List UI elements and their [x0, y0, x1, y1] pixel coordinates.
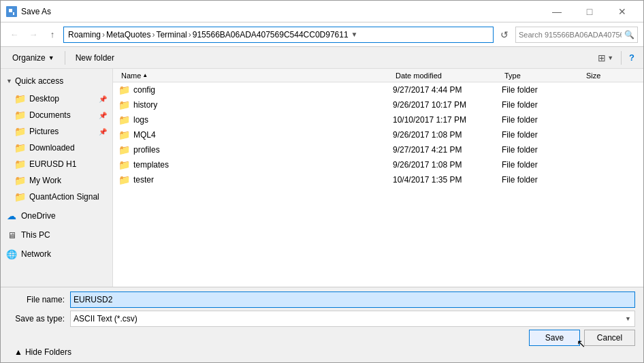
address-path[interactable]: Roaming › MetaQuotes › Terminal › 915566…	[63, 27, 494, 43]
documents-folder-icon: 📁	[14, 110, 25, 121]
file-pane: Name ▲ Date modified Type Size 📁 config …	[113, 69, 643, 287]
sidebar-item-downloaded[interactable]: 📁 Downloaded	[1, 140, 112, 156]
file-date: 9/26/2017 1:08 PM	[393, 160, 502, 170]
savetype-row: Save as type: ASCII Text (*.csv)CSV (*.c…	[9, 311, 635, 327]
hide-folders-chevron: ▲	[14, 347, 22, 357]
file-list-header: Name ▲ Date modified Type Size	[113, 69, 643, 82]
col-header-type[interactable]: Type	[502, 72, 583, 80]
col-type-label: Type	[504, 72, 521, 80]
new-folder-label: New folder	[76, 53, 114, 63]
hide-folders-row: ▲ Hide Folders	[9, 346, 635, 358]
search-input[interactable]	[519, 31, 622, 39]
save-label: Save	[545, 333, 564, 343]
title-bar-buttons: — □ ✕	[541, 1, 638, 22]
sidebar-item-network[interactable]: 🌐 Network	[1, 246, 112, 262]
folder-icon: 📁	[118, 114, 129, 125]
up-button[interactable]: ↑	[44, 27, 61, 43]
help-button[interactable]: ?	[626, 50, 638, 66]
sidebar-item-desktop[interactable]: 📁 Desktop 📌	[1, 91, 112, 107]
onedrive-section: ☁ OneDrive	[1, 208, 112, 224]
file-type: File folder	[502, 130, 583, 140]
organize-chevron: ▼	[48, 54, 54, 61]
folder-icon: 📁	[118, 84, 129, 95]
col-header-name[interactable]: Name ▲	[118, 72, 393, 80]
sidebar-item-quantaction[interactable]: 📁 QuantAction Signal	[1, 189, 112, 205]
sidebar-item-pictures[interactable]: 📁 Pictures 📌	[1, 123, 112, 140]
cancel-label: Cancel	[597, 333, 622, 343]
sort-arrow: ▲	[142, 72, 148, 78]
file-name: config	[133, 85, 393, 95]
table-row[interactable]: 📁 history 9/26/2017 10:17 PM File folder	[113, 97, 643, 112]
table-row[interactable]: 📁 config 9/27/2017 4:44 PM File folder	[113, 82, 643, 97]
view-button[interactable]: ⊞ ▼	[594, 50, 617, 66]
file-type: File folder	[502, 85, 583, 95]
sidebar-item-onedrive[interactable]: ☁ OneDrive	[1, 208, 112, 224]
network-icon: 🌐	[6, 249, 17, 259]
file-type: File folder	[502, 160, 583, 170]
savetype-select[interactable]: ASCII Text (*.csv)CSV (*.csv)Text (*.txt…	[70, 311, 635, 327]
refresh-button[interactable]: ↺	[496, 27, 513, 43]
minimize-button[interactable]: —	[541, 1, 573, 22]
file-date: 9/27/2017 4:21 PM	[393, 145, 502, 155]
path-item-terminal: Terminal	[156, 30, 187, 40]
folder-icon: 📁	[118, 129, 129, 140]
file-name: logs	[133, 115, 393, 125]
forward-button[interactable]: →	[25, 27, 42, 43]
folder-icon: 📁	[118, 159, 129, 170]
pictures-folder-icon: 📁	[14, 126, 25, 137]
close-button[interactable]: ✕	[607, 1, 638, 22]
table-row[interactable]: 📁 templates 9/26/2017 1:08 PM File folde…	[113, 157, 643, 172]
file-date: 10/4/2017 1:35 PM	[393, 175, 502, 185]
new-folder-button[interactable]: New folder	[69, 50, 120, 66]
table-row[interactable]: 📁 logs 10/10/2017 1:17 PM File folder	[113, 112, 643, 127]
table-row[interactable]: 📁 MQL4 9/26/2017 1:08 PM File folder	[113, 127, 643, 142]
sidebar-item-eurusd[interactable]: 📁 EURUSD H1	[1, 156, 112, 172]
title-bar-title: Save As	[21, 7, 541, 16]
path-item-roaming: Roaming	[68, 30, 101, 40]
sidebar-item-eurusd-label: EURUSD H1	[29, 159, 76, 169]
view-icon: ⊞	[598, 52, 606, 63]
table-row[interactable]: 📁 profiles 9/27/2017 4:21 PM File folder	[113, 142, 643, 157]
quick-access-chevron: ▼	[6, 78, 12, 84]
sidebar-item-onedrive-label: OneDrive	[21, 211, 56, 221]
col-header-size[interactable]: Size	[583, 72, 638, 80]
pictures-pin-icon: 📌	[99, 128, 107, 136]
sidebar-item-quantaction-label: QuantAction Signal	[29, 192, 99, 202]
sidebar-item-downloaded-label: Downloaded	[29, 143, 75, 153]
quick-access-section: ▼ Quick access 📁 Desktop 📌 📁 Documents 📌…	[1, 72, 112, 205]
search-box[interactable]: 🔍	[515, 27, 638, 43]
hide-folders-button[interactable]: ▲ Hide Folders	[9, 347, 77, 357]
table-row[interactable]: 📁 tester 10/4/2017 1:35 PM File folder	[113, 172, 643, 187]
filename-row: File name:	[9, 291, 635, 308]
col-header-date[interactable]: Date modified	[393, 72, 502, 80]
folder-icon: 📁	[118, 144, 129, 155]
maximize-button[interactable]: □	[574, 1, 605, 22]
cancel-button[interactable]: Cancel	[584, 330, 635, 346]
sidebar-item-mywork[interactable]: 📁 My Work	[1, 172, 112, 189]
sidebar-item-network-label: Network	[21, 249, 51, 259]
filename-input[interactable]	[70, 291, 635, 308]
quick-access-header[interactable]: ▼ Quick access	[1, 72, 112, 91]
toolbar-separator	[65, 51, 65, 65]
sidebar-item-documents[interactable]: 📁 Documents 📌	[1, 107, 112, 123]
documents-pin-icon: 📌	[99, 112, 107, 119]
file-type: File folder	[502, 145, 583, 155]
title-bar-icon	[6, 6, 17, 17]
onedrive-icon: ☁	[6, 210, 17, 221]
back-button[interactable]: ←	[6, 27, 22, 43]
organize-button[interactable]: Organize ▼	[6, 50, 61, 66]
path-item-guid: 915566BA06ADA407569C544CC0D97611	[193, 30, 349, 40]
file-date: 9/26/2017 1:08 PM	[393, 130, 502, 140]
downloaded-folder-icon: 📁	[14, 142, 25, 153]
save-button[interactable]: Save	[529, 330, 580, 346]
sidebar-item-mywork-label: My Work	[29, 176, 61, 185]
main-content: ▼ Quick access 📁 Desktop 📌 📁 Documents 📌…	[1, 69, 643, 287]
quantaction-folder-icon: 📁	[14, 191, 25, 202]
sidebar-item-thispc[interactable]: 🖥 This PC	[1, 227, 112, 243]
folder-icon: 📁	[118, 174, 129, 185]
title-bar: Save As — □ ✕	[1, 1, 643, 22]
sidebar-item-thispc-label: This PC	[21, 230, 50, 240]
desktop-folder-icon: 📁	[14, 93, 25, 104]
col-size-label: Size	[586, 72, 600, 80]
file-type: File folder	[502, 115, 583, 125]
